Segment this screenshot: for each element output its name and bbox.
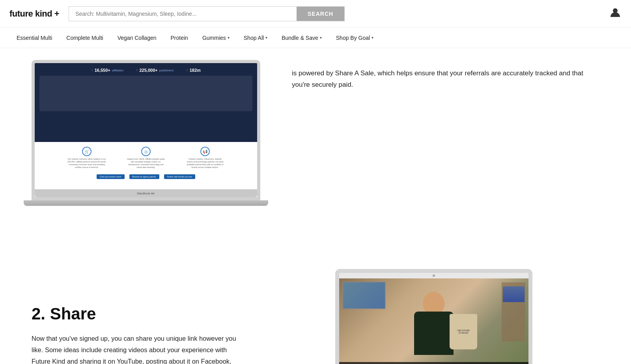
search-button[interactable]: SEARCH bbox=[297, 7, 344, 21]
nav-item-shop-all[interactable]: Shop All ▾ bbox=[237, 28, 274, 48]
section-top-text: is powered by Share A Sale, which helps … bbox=[292, 60, 599, 91]
nav-label: Complete Multi bbox=[66, 35, 103, 41]
section-top-paragraph: is powered by Share A Sale, which helps … bbox=[292, 68, 599, 91]
nav: Essential Multi Complete Multi Vegan Col… bbox=[0, 28, 631, 48]
laptop-share-container: THE FUTUREIS VEGAN ▶ 0:19 / 8:16 bbox=[268, 269, 599, 364]
nav-item-essential-multi[interactable]: Essential Multi bbox=[9, 28, 59, 48]
share-body: Now that you've signed up, you can share… bbox=[32, 333, 237, 364]
chart-icon: ◎ bbox=[141, 147, 151, 156]
spacer bbox=[0, 230, 631, 253]
search-input[interactable] bbox=[69, 7, 297, 21]
nav-label: Vegan Collagen bbox=[118, 35, 157, 41]
inner-icons-row: 🛒 Our network connects online retailers … bbox=[67, 147, 225, 169]
nav-label: Shop All bbox=[244, 35, 264, 41]
laptop-top-bottom-bar: MacBook Air bbox=[35, 189, 257, 197]
share-heading: 2. Share bbox=[32, 304, 237, 323]
nav-label: Bundle & Save bbox=[282, 35, 318, 41]
nav-label: Shop By Goal bbox=[336, 35, 370, 41]
search-bar: SEARCH bbox=[69, 6, 345, 21]
nav-item-vegan-collagen[interactable]: Vegan Collagen bbox=[110, 28, 164, 48]
laptop-top-screen-frame: ↑ 16,550+ affiliates ↑ 225,000+ publishe… bbox=[32, 60, 260, 200]
cart-icon: 🛒 bbox=[82, 147, 91, 156]
shelf-item-shoes bbox=[503, 286, 525, 302]
product-bag: THE FUTUREIS VEGAN bbox=[450, 314, 477, 349]
inner-buttons-row: Grow your brand's reach Become an agency… bbox=[97, 174, 195, 179]
chevron-down-icon: ▾ bbox=[228, 35, 230, 40]
agency-partner-button[interactable]: Become an agency partner bbox=[129, 174, 159, 179]
chevron-down-icon: ▾ bbox=[320, 35, 322, 40]
laptop-share-wrap: THE FUTUREIS VEGAN ▶ 0:19 / 8:16 bbox=[335, 269, 532, 364]
laptop-share-screen-outer: THE FUTUREIS VEGAN ▶ 0:19 / 8:16 bbox=[335, 269, 532, 364]
nav-label: Gummies bbox=[202, 35, 226, 41]
stat-affiliates: ↑ 16,550+ affiliates bbox=[91, 68, 123, 73]
camera-dot bbox=[433, 274, 435, 277]
nav-label: Protein bbox=[171, 35, 188, 41]
partner-brands-button[interactable]: Partner with brands you love bbox=[164, 174, 195, 179]
icon-block-megaphone: 📢 Content creators, influencers, website… bbox=[185, 147, 225, 169]
laptop-screen-top: ↑ 16,550+ affiliates ↑ 225,000+ publishe… bbox=[35, 63, 257, 142]
video-thumbnail: THE FUTUREIS VEGAN ▶ 0:19 / 8:16 bbox=[339, 278, 528, 364]
megaphone-icon: 📢 bbox=[200, 147, 210, 156]
chevron-down-icon: ▾ bbox=[372, 35, 373, 40]
laptop-share-screen-inner: THE FUTUREIS VEGAN ▶ 0:19 / 8:16 bbox=[339, 278, 528, 364]
nav-item-protein[interactable]: Protein bbox=[164, 28, 195, 48]
laptop-camera-bar bbox=[339, 273, 528, 278]
nav-item-shop-by-goal[interactable]: Shop By Goal ▾ bbox=[329, 28, 381, 48]
logo[interactable]: future kind + bbox=[9, 9, 59, 19]
chevron-down-icon: ▾ bbox=[265, 35, 267, 40]
header: future kind + SEARCH bbox=[0, 0, 631, 28]
bag-text: THE FUTUREIS VEGAN bbox=[457, 329, 470, 334]
nav-item-bundle-save[interactable]: Bundle & Save ▾ bbox=[274, 28, 329, 48]
section-top: ↑ 16,550+ affiliates ↑ 225,000+ publishe… bbox=[0, 48, 631, 230]
world-map-decoration bbox=[342, 282, 386, 309]
video-controls-bar: ▶ 0:19 / 8:16 bbox=[339, 362, 528, 364]
stat-publishers: ↑ 225,000+ publishers bbox=[136, 68, 174, 73]
stat-sales: ↑ 182m bbox=[186, 68, 201, 73]
laptop-top-base bbox=[24, 200, 268, 206]
nav-item-complete-multi[interactable]: Complete Multi bbox=[59, 28, 110, 48]
nav-item-gummies[interactable]: Gummies ▾ bbox=[195, 28, 237, 48]
user-icon[interactable] bbox=[609, 6, 622, 21]
grow-brand-button[interactable]: Grow your brand's reach bbox=[97, 174, 125, 179]
nav-label: Essential Multi bbox=[17, 35, 52, 41]
laptop-inner-content: 🛒 Our network connects online retailers … bbox=[35, 142, 257, 189]
section-share: 2. Share Now that you've signed up, you … bbox=[0, 253, 631, 364]
icon-block-cart: 🛒 Our network connects online retailers … bbox=[67, 147, 106, 169]
laptop-top-container: ↑ 16,550+ affiliates ↑ 225,000+ publishe… bbox=[32, 60, 268, 206]
share-text-block: 2. Share Now that you've signed up, you … bbox=[32, 304, 237, 364]
icon-block-chart: ◎ Support your clients' affiliate progra… bbox=[126, 147, 166, 169]
main-content: ↑ 16,550+ affiliates ↑ 225,000+ publishe… bbox=[0, 48, 631, 364]
